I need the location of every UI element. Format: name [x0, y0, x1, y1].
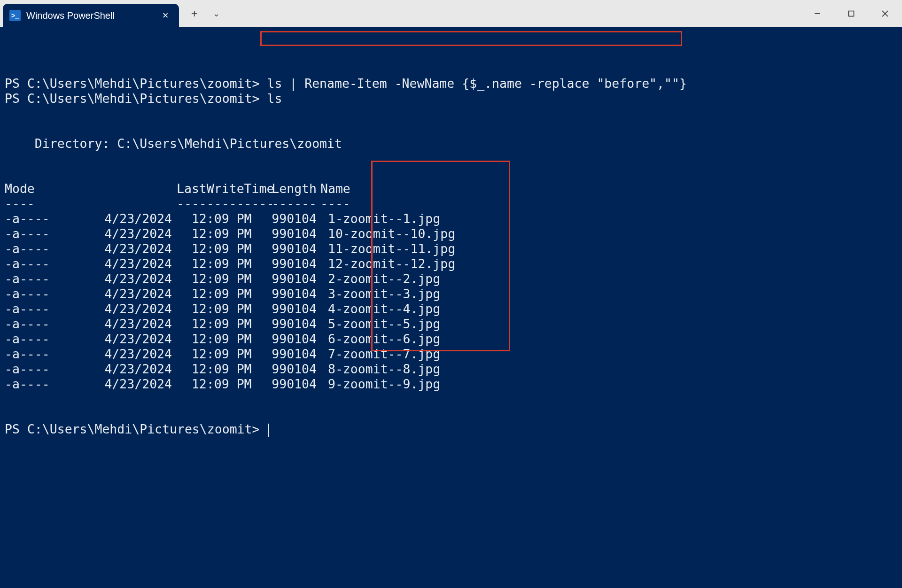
- table-divider: ---------------------------: [5, 196, 902, 211]
- cell-length: 990104: [259, 302, 320, 317]
- cell-mode: -a----: [5, 286, 75, 302]
- cell-date: 4/23/2024: [75, 377, 177, 392]
- cell-time: 12:09 PM: [177, 377, 259, 392]
- cell-filename: 12-zoomit--12.jpg: [320, 256, 455, 271]
- cell-filename: 2-zoomit--2.jpg: [320, 271, 440, 286]
- header-name: Name: [320, 181, 350, 196]
- close-window-button[interactable]: [868, 0, 902, 27]
- cell-date: 4/23/2024: [75, 256, 177, 271]
- cell-date: 4/23/2024: [75, 286, 177, 302]
- cell-mode: -a----: [5, 271, 75, 286]
- cell-time: 12:09 PM: [177, 362, 259, 377]
- table-row: -a----4/23/2024 12:09 PM990104 2-zoomit-…: [5, 271, 902, 286]
- cell-time: 12:09 PM: [177, 302, 259, 317]
- prompt: PS C:\Users\Mehdi\Pictures\zoomit>: [5, 422, 259, 436]
- table-row: -a----4/23/2024 12:09 PM990104 4-zoomit-…: [5, 302, 902, 317]
- table-row: -a----4/23/2024 12:09 PM990104 9-zoomit-…: [5, 377, 902, 392]
- cell-time: 12:09 PM: [177, 286, 259, 302]
- cell-date: 4/23/2024: [75, 241, 177, 256]
- cell-date: 4/23/2024: [75, 347, 177, 362]
- prompt: PS C:\Users\Mehdi\Pictures\zoomit>: [5, 91, 259, 106]
- cell-mode: -a----: [5, 256, 75, 271]
- table-row: -a----4/23/2024 12:09 PM990104 10-zoomit…: [5, 226, 902, 241]
- table-row: -a----4/23/2024 12:09 PM990104 7-zoomit-…: [5, 347, 902, 362]
- cell-length: 990104: [259, 211, 320, 226]
- cell-date: 4/23/2024: [75, 226, 177, 241]
- table-header: ModeLastWriteTimeLengthName: [5, 181, 902, 196]
- tab-powershell[interactable]: >_ Windows PowerShell ×: [3, 4, 179, 27]
- table-row: -a----4/23/2024 12:09 PM990104 1-zoomit-…: [5, 211, 902, 226]
- tab-controls: + ⌄: [179, 0, 220, 27]
- command-2: ls: [267, 91, 282, 106]
- cell-mode: -a----: [5, 317, 75, 332]
- cell-length: 990104: [259, 332, 320, 347]
- cell-time: 12:09 PM: [177, 241, 259, 256]
- cell-mode: -a----: [5, 377, 75, 392]
- directory-label: Directory:: [35, 136, 110, 151]
- header-length: Length: [259, 181, 320, 196]
- titlebar: >_ Windows PowerShell × + ⌄: [0, 0, 902, 27]
- cell-mode: -a----: [5, 211, 75, 226]
- cell-filename: 1-zoomit--1.jpg: [320, 211, 440, 226]
- header-mode: Mode: [5, 181, 75, 196]
- close-tab-icon[interactable]: ×: [163, 10, 169, 21]
- cell-mode: -a----: [5, 302, 75, 317]
- cell-date: 4/23/2024: [75, 302, 177, 317]
- cell-mode: -a----: [5, 362, 75, 377]
- cell-length: 990104: [259, 347, 320, 362]
- cell-date: 4/23/2024: [75, 362, 177, 377]
- command-1: ls | Rename-Item -NewName {$_.name -repl…: [267, 76, 686, 91]
- svg-rect-1: [849, 11, 854, 16]
- cell-length: 990104: [259, 241, 320, 256]
- cell-time: 12:09 PM: [177, 226, 259, 241]
- cell-time: 12:09 PM: [177, 256, 259, 271]
- cell-filename: 10-zoomit--10.jpg: [320, 226, 455, 241]
- window-controls: [801, 0, 902, 27]
- highlight-command: [260, 31, 682, 46]
- cell-length: 990104: [259, 317, 320, 332]
- table-row: -a----4/23/2024 12:09 PM990104 5-zoomit-…: [5, 317, 902, 332]
- cell-mode: -a----: [5, 332, 75, 347]
- cell-filename: 7-zoomit--7.jpg: [320, 347, 440, 362]
- cell-length: 990104: [259, 362, 320, 377]
- terminal-output[interactable]: PS C:\Users\Mehdi\Pictures\zoomit> ls | …: [0, 27, 902, 588]
- cell-length: 990104: [259, 286, 320, 302]
- cell-date: 4/23/2024: [75, 271, 177, 286]
- table-row: -a----4/23/2024 12:09 PM990104 8-zoomit-…: [5, 362, 902, 377]
- tab-title: Windows PowerShell: [26, 10, 115, 21]
- cell-filename: 8-zoomit--8.jpg: [320, 362, 440, 377]
- cell-length: 990104: [259, 226, 320, 241]
- table-row: -a----4/23/2024 12:09 PM990104 11-zoomit…: [5, 241, 902, 256]
- table-row: -a----4/23/2024 12:09 PM990104 12-zoomit…: [5, 256, 902, 271]
- cell-time: 12:09 PM: [177, 332, 259, 347]
- maximize-button[interactable]: [834, 0, 868, 27]
- cell-length: 990104: [259, 271, 320, 286]
- cell-time: 12:09 PM: [177, 211, 259, 226]
- table-row: -a----4/23/2024 12:09 PM990104 3-zoomit-…: [5, 286, 902, 302]
- table-row: -a----4/23/2024 12:09 PM990104 6-zoomit-…: [5, 332, 902, 347]
- cell-filename: 3-zoomit--3.jpg: [320, 286, 440, 302]
- cell-filename: 11-zoomit--11.jpg: [320, 241, 455, 256]
- cell-date: 4/23/2024: [75, 317, 177, 332]
- cell-time: 12:09 PM: [177, 317, 259, 332]
- cell-filename: 5-zoomit--5.jpg: [320, 317, 440, 332]
- new-tab-button[interactable]: +: [191, 8, 198, 19]
- header-lastwritetime: LastWriteTime: [177, 181, 259, 196]
- cell-filename: 9-zoomit--9.jpg: [320, 377, 440, 392]
- cell-filename: 4-zoomit--4.jpg: [320, 302, 440, 317]
- tab-dropdown-icon[interactable]: ⌄: [213, 9, 220, 18]
- cell-length: 990104: [259, 377, 320, 392]
- prompt: PS C:\Users\Mehdi\Pictures\zoomit>: [5, 76, 259, 91]
- cell-mode: -a----: [5, 347, 75, 362]
- minimize-button[interactable]: [801, 0, 834, 27]
- cell-time: 12:09 PM: [177, 347, 259, 362]
- cursor: [268, 424, 269, 437]
- cell-date: 4/23/2024: [75, 332, 177, 347]
- powershell-icon: >_: [9, 10, 21, 21]
- cell-date: 4/23/2024: [75, 211, 177, 226]
- cell-mode: -a----: [5, 226, 75, 241]
- cell-filename: 6-zoomit--6.jpg: [320, 332, 440, 347]
- cell-time: 12:09 PM: [177, 271, 259, 286]
- cell-length: 990104: [259, 256, 320, 271]
- cell-mode: -a----: [5, 241, 75, 256]
